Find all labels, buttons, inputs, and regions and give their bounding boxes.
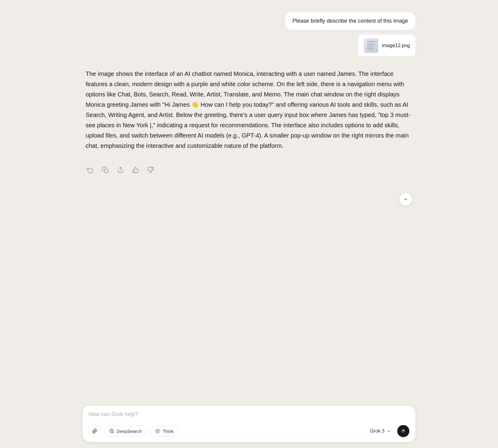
thumbs-up-icon xyxy=(132,167,139,173)
model-selector[interactable]: Grok 3 xyxy=(368,427,394,436)
ai-response: The image shows the interface of an AI c… xyxy=(83,69,415,159)
user-bubble: Please briefly describe the content of t… xyxy=(285,12,415,30)
send-icon xyxy=(401,428,406,434)
send-button[interactable] xyxy=(397,425,409,437)
scroll-bottom-button[interactable] xyxy=(399,193,412,206)
svg-rect-0 xyxy=(104,169,108,173)
ai-response-text: The image shows the interface of an AI c… xyxy=(86,69,412,151)
regenerate-icon xyxy=(87,167,93,173)
action-buttons xyxy=(83,165,415,174)
model-name: Grok 3 xyxy=(370,428,385,434)
thumbs-up-button[interactable] xyxy=(131,165,140,174)
deepsearch-icon xyxy=(109,428,114,434)
regenerate-button[interactable] xyxy=(86,165,95,174)
svg-point-4 xyxy=(157,430,159,432)
think-button[interactable]: Think xyxy=(150,426,179,437)
thumbs-down-icon xyxy=(147,167,154,173)
copy-button[interactable] xyxy=(101,165,110,174)
copy-icon xyxy=(102,167,109,173)
file-thumbnail xyxy=(364,38,378,53)
scroll-bottom-wrapper xyxy=(83,193,415,206)
svg-line-11 xyxy=(156,433,156,433)
share-button[interactable] xyxy=(116,165,125,174)
deepsearch-label: DeepSearch xyxy=(116,429,142,434)
chevron-down-icon xyxy=(386,429,391,433)
thumbs-down-button[interactable] xyxy=(146,165,155,174)
user-message-wrapper: Please briefly describe the content of t… xyxy=(83,12,415,30)
think-icon xyxy=(155,428,160,434)
input-toolbar-right: Grok 3 xyxy=(368,425,409,437)
paperclip-icon xyxy=(92,428,97,434)
user-message-text: Please briefly describe the content of t… xyxy=(293,18,408,24)
svg-point-3 xyxy=(111,431,112,431)
svg-line-7 xyxy=(156,429,156,430)
attach-button[interactable] xyxy=(89,425,101,437)
file-name: image12.png xyxy=(382,43,410,48)
share-icon xyxy=(117,167,124,173)
input-toolbar-left: DeepSearch Think xyxy=(89,425,179,437)
file-attachment[interactable]: image12.png xyxy=(358,35,415,57)
input-area: DeepSearch Think xyxy=(83,406,415,442)
chat-input[interactable] xyxy=(89,411,409,420)
think-label: Think xyxy=(162,429,174,434)
svg-line-12 xyxy=(159,429,159,430)
svg-line-8 xyxy=(159,433,159,433)
file-attachment-wrapper: image12.png xyxy=(83,35,415,57)
chevron-down-icon xyxy=(403,196,408,202)
chat-container: Please briefly describe the content of t… xyxy=(83,12,415,442)
input-toolbar: DeepSearch Think xyxy=(89,425,409,437)
deepsearch-button[interactable]: DeepSearch xyxy=(104,426,147,437)
